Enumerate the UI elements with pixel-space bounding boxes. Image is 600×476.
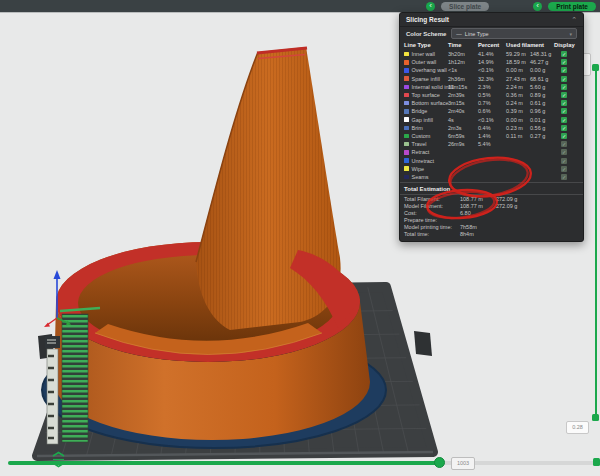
line-type-label: Sparse infill: [412, 76, 440, 82]
line-type-label: Wipe: [412, 166, 425, 172]
chevron-down-icon: ▾: [569, 30, 572, 38]
line-type-label: Seams: [412, 174, 429, 180]
line-type-color-swatch: [404, 85, 409, 90]
print-plate-button[interactable]: Print plate: [548, 2, 596, 11]
display-checkbox[interactable]: ✓: [561, 166, 567, 172]
display-checkbox[interactable]: ✓: [561, 92, 567, 98]
line-type-color-swatch: [404, 109, 409, 114]
display-checkbox[interactable]: ✓: [561, 51, 567, 57]
line-type-color-swatch: [404, 150, 409, 155]
display-checkbox[interactable]: ✓: [561, 76, 567, 82]
display-checkbox[interactable]: ✓: [561, 149, 567, 155]
line-type-row: Top surface 2m39s 0.5% 0.36 m 0.89 g ✓: [400, 91, 583, 99]
line-type-color-swatch: [404, 76, 409, 81]
total-row: Prepare time:: [400, 216, 583, 223]
display-checkbox[interactable]: ✓: [561, 84, 567, 90]
table-header: Line Type Time Percent Used filament Dis…: [400, 40, 583, 50]
line-type-label: Bridge: [412, 108, 428, 114]
move-slider-handle[interactable]: [434, 457, 445, 468]
line-type-row: Sparse infill 2h36m 32.3% 27.43 m 68.61 …: [400, 75, 583, 83]
panel-title: Slicing Result: [406, 16, 449, 23]
line-type-label: Bottom surface: [412, 100, 449, 106]
line-type-row: Seams ✓: [400, 173, 583, 181]
side-ruler: [45, 336, 60, 444]
layer-slider-track[interactable]: [595, 70, 597, 418]
line-type-color-swatch: [404, 60, 409, 65]
line-type-table: Inner wall 3h20m 41.4% 59.29 m 148.31 g …: [400, 50, 583, 181]
move-slider-fill: [8, 461, 440, 465]
color-scheme-dropdown[interactable]: — Line Type ▾: [451, 28, 577, 39]
line-type-color-swatch: [404, 52, 409, 57]
line-swatch-icon: —: [456, 30, 462, 38]
line-type-row: Retract ✓: [400, 148, 583, 156]
line-type-row: Unretract ✓: [400, 156, 583, 164]
line-type-label: Outer wall: [412, 59, 437, 65]
layer-slider-bottom-handle[interactable]: [592, 414, 599, 421]
line-type-label: Gap infill: [412, 117, 433, 123]
display-checkbox[interactable]: ✓: [561, 133, 567, 139]
line-type-label: Custom: [412, 133, 431, 139]
display-checkbox[interactable]: ✓: [561, 174, 567, 180]
line-type-color-swatch: [404, 134, 409, 139]
total-estimation-title: Total Estimation: [400, 182, 583, 195]
total-row: Model printing time: 7h58m: [400, 223, 583, 230]
line-type-row: Gap infill 4s <0.1% 0.00 m 0.01 g ✓: [400, 116, 583, 124]
total-row: Cost: 6.80: [400, 209, 583, 216]
line-type-color-swatch: [404, 68, 409, 73]
line-type-color-swatch: [404, 101, 409, 106]
line-type-row: Custom 6m59s 1.4% 0.11 m 0.27 g ✓: [400, 132, 583, 140]
line-type-color-swatch: [404, 126, 409, 131]
line-type-color-swatch: [404, 117, 409, 122]
layer-slider-top-handle[interactable]: [592, 64, 599, 71]
line-type-row: Wipe ✓: [400, 165, 583, 173]
line-type-row: Internal solid infill 11m15s 2.3% 2.24 m…: [400, 83, 583, 91]
display-checkbox[interactable]: ✓: [561, 125, 567, 131]
total-row: Total Filament: 108.77 m 272.09 g: [400, 195, 583, 202]
line-type-row: Outer wall 1h12m 14.9% 18.59 m 46.27 g ✓: [400, 58, 583, 66]
line-type-label: Unretract: [412, 158, 435, 164]
color-scheme-label: Color Scheme: [406, 31, 446, 37]
display-checkbox[interactable]: ✓: [561, 141, 567, 147]
line-type-label: Retract: [412, 149, 430, 155]
line-type-row: Brim 2m3s 0.4% 0.23 m 0.56 g ✓: [400, 124, 583, 132]
color-scheme-value: Line Type: [465, 30, 489, 38]
slice-plate-button[interactable]: Slice plate: [441, 2, 489, 11]
display-checkbox[interactable]: ✓: [561, 108, 567, 114]
app-window: ‹ Slice plate ‹ Print plate: [0, 0, 600, 476]
line-type-color-swatch: [404, 166, 409, 171]
line-type-row: Bridge 2m40s 0.6% 0.39 m 0.96 g ✓: [400, 107, 583, 115]
line-type-label: Top surface: [412, 92, 440, 98]
display-checkbox[interactable]: ✓: [561, 100, 567, 106]
slicing-result-panel: Slicing Result ⌃ Color Scheme — Line Typ…: [399, 12, 584, 242]
slice-dropdown-icon[interactable]: ‹: [426, 2, 435, 11]
line-type-label: Travel: [412, 141, 427, 147]
print-dropdown-icon[interactable]: ‹: [533, 2, 542, 11]
line-type-color-swatch: [404, 158, 409, 163]
line-type-color-swatch: [404, 142, 409, 147]
total-row: Model Filament: 108.77 m 272.09 g: [400, 202, 583, 209]
display-checkbox[interactable]: ✓: [561, 67, 567, 73]
display-checkbox[interactable]: ✓: [561, 158, 567, 164]
move-slider-end-handle[interactable]: [593, 458, 600, 466]
plate-side-tab-right: [414, 331, 432, 356]
line-type-row: Inner wall 3h20m 41.4% 59.29 m 148.31 g …: [400, 50, 583, 58]
display-checkbox[interactable]: ✓: [561, 59, 567, 65]
line-type-color-swatch: [404, 175, 409, 180]
collapse-panel-icon[interactable]: ⌃: [571, 16, 577, 23]
total-estimation-table: Total Filament: 108.77 m 272.09 g Model …: [400, 195, 583, 237]
line-type-label: Inner wall: [412, 51, 436, 57]
move-slider-value: 1003: [451, 457, 475, 470]
display-checkbox[interactable]: ✓: [561, 117, 567, 123]
line-type-label: Brim: [412, 125, 423, 131]
line-type-row: Travel 26m9s 5.4% ✓: [400, 140, 583, 148]
layer-slider-bottom-value: 0.28: [566, 421, 589, 434]
line-type-row: Bottom surface 3m15s 0.7% 0.24 m 0.61 g …: [400, 99, 583, 107]
line-type-label: Overhang wall: [412, 67, 447, 73]
line-type-color-swatch: [404, 93, 409, 98]
line-type-row: Overhang wall <1s <0.1% 0.00 m 0.00 g ✓: [400, 66, 583, 74]
total-row: Total time: 8h4m: [400, 230, 583, 237]
